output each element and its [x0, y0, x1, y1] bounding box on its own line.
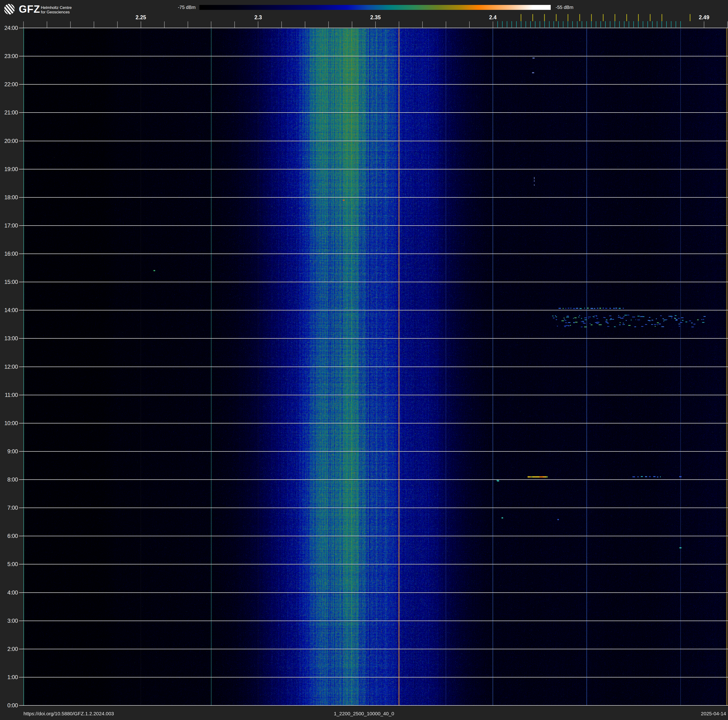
hour-tick	[19, 254, 23, 254]
hour-label: 0:00	[0, 702, 18, 709]
hour-tick	[19, 225, 23, 226]
spectrogram-page: GFZ Helmholtz Centre for Geosciences -75…	[0, 0, 728, 720]
hour-label: 24:00	[0, 25, 18, 31]
hour-tick	[19, 649, 23, 649]
hour-label: 16:00	[0, 251, 18, 257]
hour-tick	[19, 28, 23, 28]
spectrogram-canvas	[23, 28, 728, 705]
hour-tick	[19, 677, 23, 677]
hour-tick	[19, 112, 23, 113]
hour-tick	[19, 338, 23, 339]
hour-label: 2:00	[0, 646, 18, 652]
hour-label: 12:00	[0, 363, 18, 370]
hour-tick	[19, 141, 23, 141]
hour-tick	[19, 310, 23, 310]
hour-tick	[19, 536, 23, 536]
hour-tick	[19, 366, 23, 367]
hour-label: 8:00	[0, 476, 18, 483]
hour-label: 1:00	[0, 674, 18, 680]
hour-label: 19:00	[0, 166, 18, 173]
hour-label: 20:00	[0, 138, 18, 144]
hour-label: 23:00	[0, 53, 18, 60]
hour-label: 13:00	[0, 335, 18, 342]
hour-tick	[19, 423, 23, 423]
hour-tick	[19, 479, 23, 480]
hour-label: 5:00	[0, 561, 18, 567]
hour-label: 7:00	[0, 504, 18, 511]
hour-label: 6:00	[0, 533, 18, 539]
hour-label: 14:00	[0, 307, 18, 314]
hour-tick	[19, 507, 23, 508]
hour-tick	[19, 593, 23, 593]
hour-tick	[19, 197, 23, 198]
hour-label: 11:00	[0, 392, 18, 398]
hour-label: 15:00	[0, 279, 18, 285]
hour-label: 3:00	[0, 617, 18, 624]
date-label: 2025-04-14	[634, 710, 726, 717]
hour-tick	[19, 395, 23, 395]
hour-label: 17:00	[0, 222, 18, 229]
hour-tick	[19, 705, 23, 706]
hour-tick	[19, 169, 23, 169]
hour-tick	[19, 282, 23, 282]
hour-tick	[19, 564, 23, 564]
hour-label: 9:00	[0, 448, 18, 455]
dataset-label: 1_2200_2500_10000_40_0	[0, 710, 728, 717]
hour-label: 10:00	[0, 420, 18, 426]
hour-tick	[19, 84, 23, 84]
hour-tick	[19, 56, 23, 57]
hour-tick	[19, 620, 23, 621]
hour-label: 22:00	[0, 81, 18, 88]
hour-label: 21:00	[0, 109, 18, 116]
hour-label: 18:00	[0, 194, 18, 201]
hour-label: 4:00	[0, 589, 18, 596]
hour-tick	[19, 451, 23, 452]
